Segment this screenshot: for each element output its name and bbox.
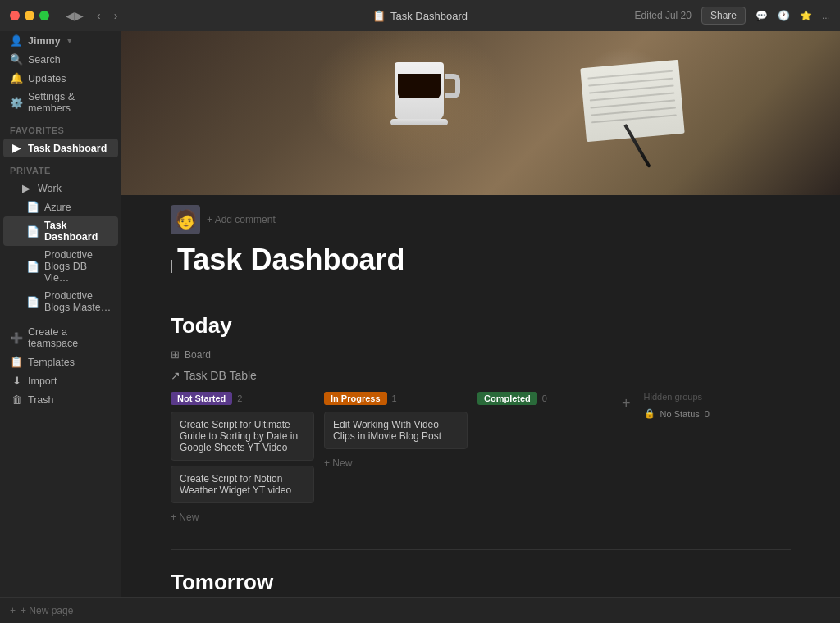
sidebar-item-templates[interactable]: 📋 Templates bbox=[3, 352, 118, 371]
forward-button[interactable]: › bbox=[111, 7, 121, 24]
page-icon: 📄 bbox=[26, 296, 39, 308]
collapse-sidebar-button[interactable]: ◀▶ bbox=[62, 7, 87, 24]
bottom-bar: + + New page bbox=[0, 597, 840, 623]
page-icon: 📄 bbox=[26, 201, 39, 213]
cup-liquid bbox=[398, 74, 441, 98]
today-not-started-add-button[interactable]: + New bbox=[171, 508, 199, 526]
edited-timestamp: Edited Jul 20 bbox=[635, 10, 692, 21]
user-avatar: 🧑 bbox=[171, 205, 200, 234]
titlebar: ◀▶ ‹ › 📋 Task Dashboard Edited Jul 20 Sh… bbox=[0, 0, 840, 31]
back-button[interactable]: ‹ bbox=[94, 7, 104, 24]
tomorrow-section-title: Tomorrow bbox=[171, 570, 791, 595]
today-add-column-area: + bbox=[619, 392, 634, 412]
lock-icon: 🔒 bbox=[644, 408, 655, 419]
close-icon[interactable] bbox=[10, 11, 20, 20]
favorites-section-label: Favorites bbox=[0, 117, 121, 139]
today-board-label: ⊞ Board bbox=[171, 348, 791, 361]
hero-image bbox=[121, 31, 840, 195]
page-title: Task Dashboard bbox=[177, 243, 404, 277]
coffee-cup-decoration bbox=[395, 56, 452, 125]
sidebar-item-productive-db-vie[interactable]: 📄 Productive Blogs DB Vie… bbox=[3, 246, 118, 287]
sidebar-item-trash[interactable]: 🗑 Trash bbox=[3, 390, 118, 409]
trash-label: Trash bbox=[28, 394, 54, 406]
private-section-label: Private bbox=[0, 157, 121, 179]
cup-handle bbox=[445, 74, 460, 98]
sidebar-item-updates[interactable]: 🔔 Updates bbox=[3, 69, 118, 88]
chevron-right-icon: ▶ bbox=[20, 182, 33, 194]
today-not-started-badge: Not Started bbox=[171, 392, 232, 405]
today-completed-header: Completed 0 bbox=[477, 392, 609, 405]
template-icon: 📋 bbox=[10, 356, 23, 368]
maximize-icon[interactable] bbox=[39, 11, 49, 20]
create-teamspace-label: Create a teamspace bbox=[28, 326, 112, 349]
import-label: Import bbox=[28, 375, 57, 387]
bell-icon: 🔔 bbox=[10, 72, 23, 84]
cursor bbox=[171, 260, 172, 273]
sidebar-item-create-teamspace[interactable]: ➕ Create a teamspace bbox=[3, 323, 118, 352]
today-in-progress-badge: In Progress bbox=[324, 392, 387, 405]
productive-maste-label: Productive Blogs Maste… bbox=[44, 290, 112, 313]
sidebar: 👤 Jimmy ▾ 🔍 Search 🔔 Updates ⚙️ Settings… bbox=[0, 31, 121, 597]
search-icon: 🔍 bbox=[10, 53, 23, 66]
today-in-progress-header: In Progress 1 bbox=[324, 392, 468, 405]
section-divider bbox=[171, 549, 791, 550]
settings-label: Settings & members bbox=[28, 91, 112, 114]
trash-icon: 🗑 bbox=[10, 393, 23, 406]
comment-icon[interactable]: 💬 bbox=[756, 10, 768, 21]
sidebar-item-task-dashboard[interactable]: 📄 Task Dashboard bbox=[3, 216, 118, 246]
today-completed-count: 0 bbox=[542, 393, 547, 403]
search-label: Search bbox=[28, 54, 61, 66]
today-in-progress-add-button[interactable]: + New bbox=[324, 454, 352, 472]
templates-label: Templates bbox=[28, 357, 75, 368]
today-hidden-groups-label: Hidden groups bbox=[644, 392, 726, 402]
new-page-label: + New page bbox=[21, 605, 73, 616]
avatar-row: 🧑 + Add comment bbox=[171, 195, 791, 239]
cup-body bbox=[395, 62, 444, 120]
today-db-link-text: ↗ Task DB Table bbox=[171, 369, 257, 382]
today-no-status-group: 🔒 No Status 0 bbox=[644, 408, 726, 419]
sidebar-item-settings[interactable]: ⚙️ Settings & members bbox=[3, 88, 118, 117]
today-not-started-column: Not Started 2 Create Script for Ultimate… bbox=[171, 392, 314, 526]
titlebar-right: Edited Jul 20 Share 💬 🕐 ⭐ ... bbox=[635, 7, 830, 25]
today-add-column-button[interactable]: + bbox=[619, 395, 634, 412]
workspace-name: Jimmy bbox=[28, 35, 61, 47]
today-completed-badge: Completed bbox=[477, 392, 537, 405]
gear-icon: ⚙️ bbox=[10, 97, 23, 109]
plus-icon: + bbox=[10, 605, 16, 616]
add-comment-button[interactable]: + Add comment bbox=[207, 214, 276, 225]
work-label: Work bbox=[38, 183, 62, 194]
import-icon: ⬇ bbox=[10, 375, 23, 387]
minimize-icon[interactable] bbox=[25, 11, 34, 20]
clock-icon[interactable]: 🕐 bbox=[778, 10, 790, 21]
share-button[interactable]: Share bbox=[701, 7, 746, 25]
today-in-progress-column: In Progress 1 Edit Working With Video Cl… bbox=[324, 392, 468, 472]
sidebar-item-task-dashboard-fav[interactable]: ▶ Task Dashboard bbox=[3, 139, 118, 157]
today-not-started-count: 2 bbox=[237, 393, 242, 403]
sidebar-item-import[interactable]: ⬇ Import bbox=[3, 371, 118, 390]
content-area: 🧑 + Add comment Task Dashboard Today ⊞ B… bbox=[121, 31, 840, 597]
today-card-3[interactable]: Edit Working With Video Clips in iMovie … bbox=[324, 412, 468, 449]
today-db-link[interactable]: ↗ Task DB Table bbox=[171, 369, 791, 382]
today-not-started-header: Not Started 2 bbox=[171, 392, 314, 405]
today-no-status-label: No Status bbox=[660, 409, 700, 419]
today-completed-column: Completed 0 bbox=[477, 392, 609, 412]
azure-label: Azure bbox=[44, 202, 71, 213]
today-board-text: Board bbox=[185, 349, 211, 361]
task-dashboard-label: Task Dashboard bbox=[44, 220, 112, 243]
star-icon[interactable]: ⭐ bbox=[800, 10, 812, 21]
today-card-1[interactable]: Create Script for Ultimate Guide to Sort… bbox=[171, 412, 314, 461]
window-title: 📋 Task Dashboard bbox=[372, 10, 468, 22]
sidebar-item-search[interactable]: 🔍 Search bbox=[3, 50, 118, 69]
cup-saucer bbox=[390, 119, 448, 125]
sidebar-item-productive-maste[interactable]: 📄 Productive Blogs Maste… bbox=[3, 287, 118, 316]
more-icon[interactable]: ... bbox=[822, 10, 830, 21]
page-icon: 📄 bbox=[26, 261, 39, 273]
new-page-button[interactable]: + + New page bbox=[10, 605, 73, 616]
sidebar-item-work[interactable]: ▶ Work bbox=[3, 179, 118, 198]
today-card-2[interactable]: Create Script for Notion Weather Widget … bbox=[171, 466, 314, 503]
sidebar-item-azure[interactable]: 📄 Azure bbox=[3, 198, 118, 216]
chevron-right-icon: ▶ bbox=[10, 142, 23, 154]
workspace-switcher[interactable]: 👤 Jimmy ▾ bbox=[3, 31, 118, 50]
updates-label: Updates bbox=[28, 73, 66, 84]
today-hidden-groups: Hidden groups 🔒 No Status 0 bbox=[644, 392, 726, 419]
